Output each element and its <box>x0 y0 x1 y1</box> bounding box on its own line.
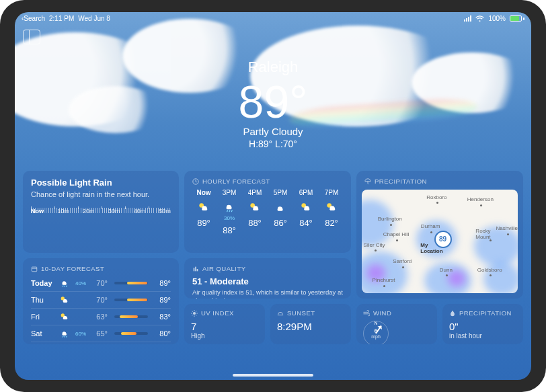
day-name: Thu <box>31 296 54 304</box>
hour-time: 4PM <box>248 189 262 196</box>
svg-point-11 <box>193 311 196 314</box>
hourly-col: 6PM84° <box>295 189 317 235</box>
calendar-icon <box>31 266 38 272</box>
hourly-col: 3PM30%88° <box>218 189 241 235</box>
small-cards-row: UV INDEX 7 High SUNSET 8:29PM WIND N 6 m… <box>184 304 523 344</box>
hour-precip-pct: 30% <box>224 215 235 221</box>
partly-icon <box>58 311 71 322</box>
precipitation-map-card[interactable]: PRECIPITATION 89My Location RoxboroHende… <box>356 171 523 299</box>
next-hour-chart: Now 10m 20m 30m 40m 50m <box>31 208 171 224</box>
hour-temp: 88° <box>223 225 236 235</box>
map-city-dot <box>375 249 377 251</box>
battery-icon <box>510 15 524 22</box>
day-high: 89° <box>155 279 171 287</box>
map-city-dot <box>390 224 392 226</box>
day-low: 70° <box>91 279 108 287</box>
map-city-label: Roxboro <box>426 194 446 200</box>
svg-rect-8 <box>194 268 195 271</box>
precipitation-amount-card[interactable]: PRECIPITATION 0" in last hour <box>442 304 523 344</box>
aqi-desc: Air quality index is 51, which is simila… <box>192 288 343 299</box>
rain-icon <box>58 278 71 288</box>
temp-range-bar <box>114 299 148 301</box>
umbrella-icon <box>364 178 371 185</box>
wind-card[interactable]: WIND N 6 mph <box>356 304 437 344</box>
hour-temp: 82° <box>325 218 338 228</box>
day-row: Today40%70°89° <box>31 275 171 291</box>
clock-icon <box>192 178 199 185</box>
day-low: 65° <box>91 329 108 338</box>
card-title-text: 10-DAY FORECAST <box>41 265 104 272</box>
map-city-dot <box>436 202 438 204</box>
aqi-value: 51 - Moderate <box>192 276 343 286</box>
card-title-text: HOURLY FORECAST <box>202 178 270 185</box>
day-high: 80° <box>155 329 171 338</box>
hour-temp: 88° <box>248 218 262 228</box>
day-name: Fri <box>31 313 54 321</box>
back-search[interactable]: Search <box>22 15 45 22</box>
battery-percent: 100% <box>488 15 506 22</box>
card-title-text: PRECIPITATION <box>459 309 512 317</box>
sunset-card[interactable]: SUNSET 8:29PM <box>270 304 351 344</box>
day-precip-pct: 40% <box>75 280 87 286</box>
hour-time: 6PM <box>299 189 313 196</box>
sunset-icon <box>277 310 284 317</box>
current-condition: Partly Cloudy <box>15 126 531 137</box>
hour-time: 7PM <box>325 189 339 196</box>
day-row: Fri63°83° <box>31 308 171 325</box>
ipad-frame: Search 2:11 PM Wed Jun 8 100% Raleigh 89… <box>0 0 546 392</box>
cloud-icon <box>274 200 287 214</box>
day-name: Today <box>31 279 54 287</box>
svg-rect-10 <box>197 269 198 271</box>
day-name: Sat <box>31 329 54 338</box>
status-bar: Search 2:11 PM Wed Jun 8 100% <box>15 12 531 22</box>
map-city-dot <box>507 233 509 235</box>
partly-icon <box>299 200 313 214</box>
sidebar-toggle-button[interactable] <box>23 30 40 44</box>
card-title-text: WIND <box>373 309 391 317</box>
day-high: 83° <box>155 313 171 321</box>
uv-level: High <box>191 332 258 340</box>
ten-day-forecast-card[interactable]: 10-DAY FORECAST Today40%70°89°Thu70°89°F… <box>23 258 179 344</box>
temp-range-bar <box>114 282 148 284</box>
map-city-dot <box>396 239 398 241</box>
uv-value: 7 <box>191 321 258 332</box>
temp-range-bar <box>114 315 148 318</box>
map-city-label: Chapel Hill <box>383 231 410 237</box>
rain-icon <box>223 200 236 214</box>
svg-rect-9 <box>195 266 196 271</box>
partly-icon <box>197 200 210 214</box>
map-canvas[interactable]: 89My Location RoxboroHendersonBurlington… <box>362 190 518 293</box>
next-hour-desc: Chance of light rain in the next hour. <box>31 190 171 198</box>
air-quality-card[interactable]: AIR QUALITY 51 - Moderate Air quality in… <box>184 258 351 299</box>
svg-rect-5 <box>32 267 37 272</box>
day-high: 89° <box>155 296 171 304</box>
compass-icon: N 6 mph <box>363 321 389 344</box>
hour-time: Now <box>196 189 210 196</box>
precip-value: 0" <box>449 321 516 332</box>
sunset-time: 8:29PM <box>277 321 344 332</box>
partly-icon <box>248 200 262 214</box>
day-row: Thu70°89° <box>31 291 171 308</box>
aqi-icon <box>192 266 199 272</box>
map-city-label: Siler City <box>364 241 385 247</box>
current-temp: 89° <box>15 79 531 124</box>
home-indicator[interactable] <box>233 374 313 377</box>
hour-temp: 86° <box>274 218 287 228</box>
wifi-icon <box>475 15 484 22</box>
next-hour-card[interactable]: Possible Light Rain Chance of light rain… <box>23 171 179 253</box>
card-title-text: UV INDEX <box>201 309 234 317</box>
map-city-label: Goldsboro <box>477 266 502 272</box>
cell-signal-icon <box>464 15 471 22</box>
map-city-label: Dunn <box>440 266 453 272</box>
hourly-forecast-card[interactable]: HOURLY FORECAST Now89°3PM30%88°4PM88°5PM… <box>184 171 351 253</box>
next-hour-title: Possible Light Rain <box>31 178 171 188</box>
hour-temp: 89° <box>197 218 210 228</box>
map-city-dot <box>430 231 432 233</box>
hour-time: 3PM <box>223 189 237 196</box>
map-city-label: Durham <box>421 223 440 229</box>
day-precip-pct: 60% <box>75 331 87 337</box>
uv-index-card[interactable]: UV INDEX 7 High <box>184 304 265 344</box>
screen: Search 2:11 PM Wed Jun 8 100% Raleigh 89… <box>15 12 531 380</box>
wind-icon <box>363 310 370 317</box>
current-weather-header: Raleigh 89° Partly Cloudy H:89° L:70° <box>15 22 531 149</box>
